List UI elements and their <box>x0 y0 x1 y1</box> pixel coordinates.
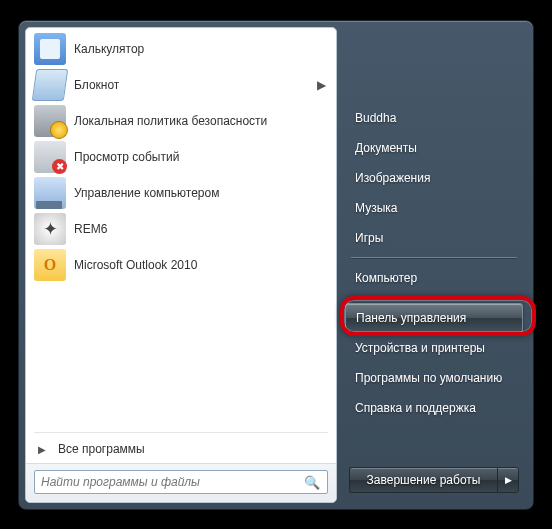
program-label: Microsoft Outlook 2010 <box>74 258 197 272</box>
all-programs-label: Все программы <box>58 442 145 456</box>
outlook-icon <box>34 249 66 281</box>
program-item-computer-management[interactable]: Управление компьютером <box>28 175 334 211</box>
program-label: Калькулятор <box>74 42 144 56</box>
recent-programs-list: Калькулятор Блокнот ▶ Локальная политика… <box>26 28 336 428</box>
separator <box>351 257 517 259</box>
search-input[interactable] <box>41 475 301 489</box>
music-link[interactable]: Музыка <box>345 193 523 223</box>
submenu-arrow-icon: ▶ <box>317 78 326 92</box>
separator <box>351 297 517 299</box>
devices-and-printers-link[interactable]: Устройства и принтеры <box>345 333 523 363</box>
program-label: Просмотр событий <box>74 150 179 164</box>
program-item-outlook[interactable]: Microsoft Outlook 2010 <box>28 247 334 283</box>
shutdown-options-button[interactable]: ▶ <box>497 467 519 493</box>
shutdown-label: Завершение работы <box>367 473 481 487</box>
start-menu-left-panel: Калькулятор Блокнот ▶ Локальная политика… <box>25 27 337 503</box>
pictures-link[interactable]: Изображения <box>345 163 523 193</box>
computer-link[interactable]: Компьютер <box>345 263 523 293</box>
all-programs-button[interactable]: ▶ Все программы <box>26 435 336 463</box>
program-label: Локальная политика безопасности <box>74 114 267 128</box>
control-panel-link[interactable]: Панель управления <box>345 303 523 333</box>
default-programs-link[interactable]: Программы по умолчанию <box>345 363 523 393</box>
start-menu-right-panel: Buddha Документы Изображения Музыка Игры… <box>337 27 527 503</box>
program-label: Блокнот <box>74 78 119 92</box>
program-item-notepad[interactable]: Блокнот ▶ <box>28 67 334 103</box>
help-and-support-link[interactable]: Справка и поддержка <box>345 393 523 423</box>
program-item-rem6[interactable]: REM6 <box>28 211 334 247</box>
user-picture-placeholder <box>345 33 523 103</box>
program-label: REM6 <box>74 222 107 236</box>
search-container: 🔍 <box>26 463 336 502</box>
chevron-right-icon: ▶ <box>38 444 58 455</box>
shutdown-button[interactable]: Завершение работы <box>349 467 497 493</box>
event-viewer-icon <box>34 141 66 173</box>
program-item-local-security-policy[interactable]: Локальная политика безопасности <box>28 103 334 139</box>
program-item-event-viewer[interactable]: Просмотр событий <box>28 139 334 175</box>
rem6-icon <box>34 213 66 245</box>
security-policy-icon <box>34 105 66 137</box>
program-label: Управление компьютером <box>74 186 219 200</box>
shutdown-row: Завершение работы ▶ <box>345 463 523 497</box>
link-label: Документы <box>355 141 417 155</box>
documents-link[interactable]: Документы <box>345 133 523 163</box>
chevron-right-icon: ▶ <box>505 475 512 485</box>
link-label: Панель управления <box>356 311 466 325</box>
computer-management-icon <box>34 177 66 209</box>
search-icon[interactable]: 🔍 <box>301 475 323 490</box>
link-label: Компьютер <box>355 271 417 285</box>
link-label: Устройства и принтеры <box>355 341 485 355</box>
calculator-icon <box>34 33 66 65</box>
link-label: Программы по умолчанию <box>355 371 502 385</box>
separator <box>34 432 328 433</box>
user-folder-link[interactable]: Buddha <box>345 103 523 133</box>
link-label: Справка и поддержка <box>355 401 476 415</box>
start-menu: Калькулятор Блокнот ▶ Локальная политика… <box>18 20 534 510</box>
notepad-icon <box>34 69 66 101</box>
search-box[interactable]: 🔍 <box>34 470 328 494</box>
user-name: Buddha <box>355 111 396 125</box>
link-label: Изображения <box>355 171 430 185</box>
link-label: Игры <box>355 231 383 245</box>
games-link[interactable]: Игры <box>345 223 523 253</box>
link-label: Музыка <box>355 201 397 215</box>
program-item-calculator[interactable]: Калькулятор <box>28 31 334 67</box>
